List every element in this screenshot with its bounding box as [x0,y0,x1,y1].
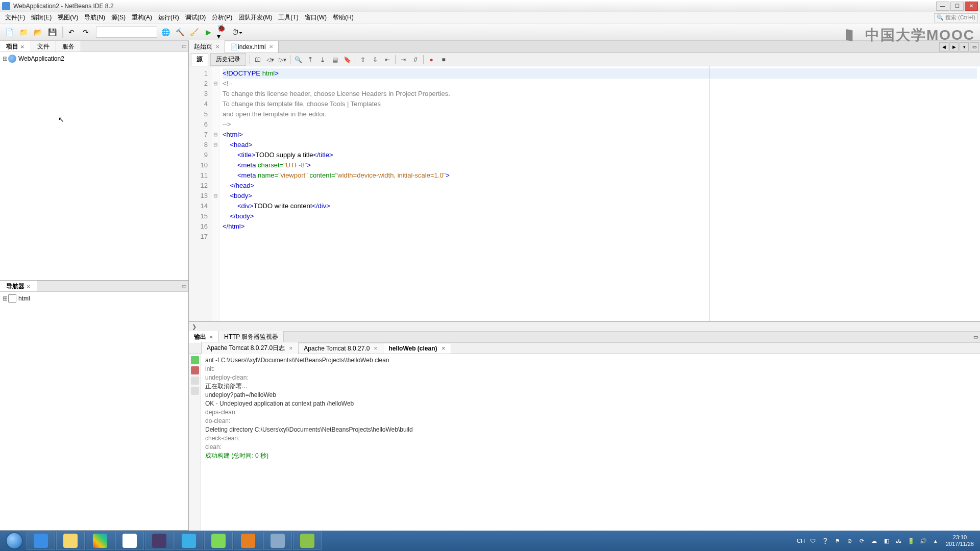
tab-files[interactable]: 文件 [31,41,56,52]
code-area[interactable]: <!DOCTYPE html><!--To change this licens… [219,66,980,321]
tab-services[interactable]: 服务 [56,41,81,52]
forward-icon[interactable]: ▷▾ [277,55,287,65]
menu-debug[interactable]: 调试(D) [182,12,209,23]
menu-edit[interactable]: 编辑(E) [28,12,55,23]
navigator-tree-root[interactable]: ⊞ html [2,294,186,303]
run-button[interactable]: ▶ [202,26,214,38]
open-button[interactable]: 📂 [32,26,44,38]
code-editor[interactable]: 1234567891011121314151617 ⊟ ⊟⊟ ⊟ <!DOCTY… [189,66,980,321]
menu-source[interactable]: 源(S) [108,12,129,23]
taskbar-app-eclipse[interactable] [145,532,174,550]
tab-projects[interactable]: 项目✕ [0,41,31,52]
http-monitor-tab[interactable]: HTTP 服务器监视器 [219,331,284,343]
find-prev-icon[interactable]: ⤒ [305,55,315,65]
build-button[interactable]: 🔨 [174,26,186,38]
project-tree-root[interactable]: ⊞ WebApplication2 [2,54,186,63]
menu-file[interactable]: 文件(F) [2,12,28,23]
redo-button[interactable]: ↷ [80,26,92,38]
last-edit-icon[interactable]: 🕮 [253,55,263,65]
output-tab[interactable]: 输出✕ [189,331,219,343]
tray-network-icon[interactable]: 🖧 [894,536,903,545]
config-combo[interactable] [96,27,157,38]
clean-build-button[interactable]: 🧹 [188,26,200,38]
tray-cancel-icon[interactable]: ⊘ [845,536,854,545]
editor-tab-index[interactable]: 📄 index.html✕ [225,41,279,53]
find-next-icon[interactable]: ⤓ [317,55,328,65]
editor-breadcrumb[interactable]: ❯ [189,321,980,332]
shift-right-icon[interactable]: ⇥ [398,55,408,65]
tray-shield-icon[interactable]: 🛡 [808,536,818,545]
output-minimize-button[interactable]: ▭ [971,334,980,340]
prev-bookmark-icon[interactable]: ⇧ [358,55,368,65]
menu-view[interactable]: 视图(V) [55,12,81,23]
navigator-panel: 导航器✕ ▭ ⊞ html [0,281,188,531]
panel-minimize-button[interactable]: ▭ [179,281,188,291]
start-button[interactable] [2,532,27,550]
shift-left-icon[interactable]: ⇤ [382,55,393,65]
menu-run[interactable]: 运行(R) [155,12,182,23]
taskbar-app-ppt[interactable] [234,532,262,550]
taskbar-app-cloud[interactable] [175,532,203,550]
editor-tab-startpage[interactable]: 起始页✕ [189,40,225,53]
menu-help[interactable]: 帮助(H) [330,12,357,23]
back-icon[interactable]: ◁▾ [265,55,275,65]
tray-app-icon[interactable]: ◧ [882,536,891,545]
mouse-cursor: ↖ [58,115,64,123]
panel-minimize-button[interactable]: ▭ [179,41,188,52]
fold-gutter[interactable]: ⊟ ⊟⊟ ⊟ [211,66,219,321]
taskbar-app-media[interactable] [86,532,114,550]
taskbar-app-wechat[interactable] [204,532,233,550]
output-opt2-icon[interactable] [191,387,199,395]
toggle-highlight-icon[interactable]: ▤ [330,55,340,65]
menu-navigate[interactable]: 导航(N) [81,12,108,23]
rerun-icon[interactable] [191,356,199,364]
history-view-button[interactable]: 历史记录 [210,53,246,66]
maximize-button[interactable]: ☐ [950,2,964,11]
stop-icon[interactable] [191,366,199,374]
new-project-button[interactable]: 📁 [17,26,30,38]
close-button[interactable]: ✕ [965,2,978,11]
taskbar-app-camtasia[interactable] [293,532,322,550]
output-subtab-tomcat-log[interactable]: Apache Tomcat 8.0.27.0日志✕ [201,342,299,355]
search-input[interactable]: 🔍 搜索 (Ctrl+I) [934,13,978,22]
menu-window[interactable]: 窗口(W) [302,12,330,23]
comment-icon[interactable]: // [410,55,421,65]
tray-volume-icon[interactable]: 🔊 [919,536,928,545]
new-file-button[interactable]: 📄 [3,26,15,38]
taskbar-app-chrome[interactable] [115,532,144,550]
source-view-button[interactable]: 源 [191,53,208,66]
output-opt-icon[interactable] [191,377,199,385]
taskbar-app-explorer[interactable] [56,532,85,550]
menu-tools[interactable]: 工具(T) [275,12,301,23]
output-subtab-helloweb[interactable]: helloWeb (clean)✕ [383,343,451,354]
tray-help-icon[interactable]: ❔ [821,536,830,545]
save-all-button[interactable]: 💾 [46,26,58,38]
macro-record-icon[interactable]: ● [426,55,436,65]
lang-indicator[interactable]: CH [796,536,805,545]
tray-flag-icon[interactable]: ⚑ [833,536,842,545]
minimize-button[interactable]: — [936,2,949,11]
menu-refactor[interactable]: 重构(A) [129,12,155,23]
tab-navigator[interactable]: 导航器✕ [0,281,37,291]
tray-cloud-icon[interactable]: ☁ [870,536,879,545]
debug-button[interactable]: 🐞▾ [216,26,229,38]
profile-button[interactable]: ⏱▾ [231,26,243,38]
tray-update-icon[interactable]: ⟳ [857,536,867,545]
macro-stop-icon[interactable]: ■ [438,55,449,65]
menu-bar: 文件(F) 编辑(E) 视图(V) 导航(N) 源(S) 重构(A) 运行(R)… [0,12,980,23]
taskbar-app-ie[interactable] [27,532,55,550]
undo-button[interactable]: ↶ [65,26,78,38]
browser-button[interactable]: 🌐 [159,26,172,38]
taskbar-clock[interactable]: 23:102017/11/28 [942,534,978,547]
output-subtab-tomcat[interactable]: Apache Tomcat 8.0.27.0✕ [298,343,383,354]
tray-chevron-icon[interactable]: ▴ [931,536,940,545]
next-bookmark-icon[interactable]: ⇩ [370,55,380,65]
tray-battery-icon[interactable]: 🔋 [906,536,916,545]
taskbar-app-netbeans[interactable] [263,532,292,550]
output-log[interactable]: ant -f C:\\Users\\xyl\\Documents\\NetBea… [201,354,980,531]
menu-team[interactable]: 团队开发(M) [235,12,275,23]
menu-profile[interactable]: 分析(P) [209,12,235,23]
find-selection-icon[interactable]: 🔍 [293,55,303,65]
toggle-bookmark-icon[interactable]: 🔖 [342,55,352,65]
book-icon [846,29,861,41]
